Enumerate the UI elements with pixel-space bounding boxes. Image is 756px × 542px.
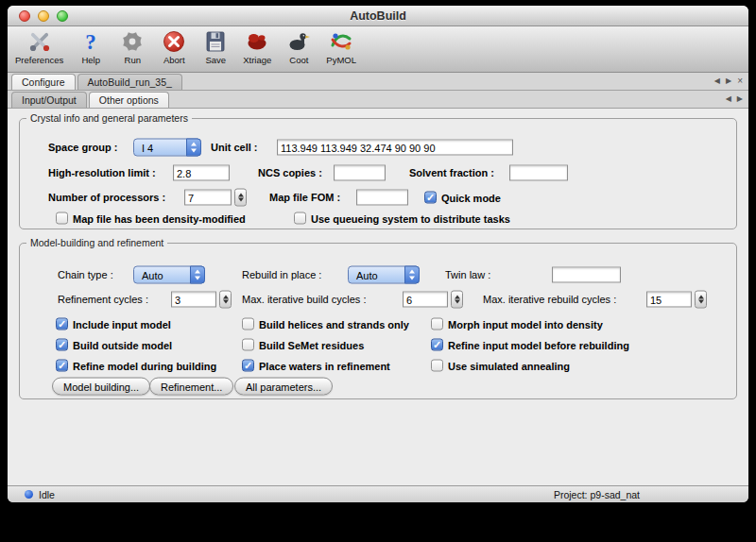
- run-button[interactable]: Run: [118, 29, 146, 65]
- preferences-button[interactable]: Preferences: [15, 29, 63, 65]
- build-outside-model-checkbox[interactable]: Build outside model: [56, 339, 172, 351]
- popup-arrows-icon: [190, 266, 205, 284]
- window-title: AutoBuild: [350, 9, 406, 23]
- save-floppy-icon: [203, 29, 228, 54]
- rebuild-cycles-input[interactable]: [646, 292, 692, 308]
- refinement-cycles-label: Refinement cycles :: [58, 294, 148, 305]
- zoom-window-button[interactable]: [57, 10, 68, 22]
- tab-scroll-right-icon[interactable]: ▶: [737, 95, 743, 103]
- abort-button[interactable]: Abort: [160, 29, 188, 65]
- density-modified-checkbox[interactable]: Map file has been density-modified: [56, 212, 246, 225]
- tab-configure[interactable]: Configure: [11, 74, 76, 90]
- checkbox-box[interactable]: [56, 318, 68, 330]
- num-processors-input[interactable]: [184, 190, 232, 206]
- toolbar-label: PyMOL: [326, 55, 356, 65]
- simulated-annealing-checkbox[interactable]: Use simulated annealing: [431, 360, 570, 372]
- map-file-fom-label: Map file FOM :: [269, 192, 340, 203]
- checkbox-label: Place waters in refinement: [259, 360, 390, 371]
- checkbox-label: Build SeMet residues: [259, 339, 364, 350]
- tab-nav-controls: ◀ ▶: [726, 91, 743, 108]
- build-cycles-input[interactable]: [403, 292, 448, 308]
- ncs-copies-input[interactable]: [334, 165, 386, 181]
- tab-nav-controls: ◀ ▶ ×: [714, 73, 743, 90]
- tab-other-options[interactable]: Other options: [89, 92, 169, 108]
- build-semet-checkbox[interactable]: Build SeMet residues: [242, 339, 364, 351]
- checkbox-box[interactable]: [431, 318, 443, 330]
- chain-type-label: Chain type :: [58, 269, 113, 280]
- rebuild-cycles-stepper[interactable]: [695, 291, 707, 309]
- all-parameters-button[interactable]: All parameters...: [234, 378, 333, 396]
- solvent-fraction-input[interactable]: [509, 165, 568, 181]
- group-title: Crystal info and general parameters: [26, 112, 192, 124]
- coot-button[interactable]: Coot: [284, 29, 313, 65]
- toolbar-label: Xtriage: [243, 55, 271, 65]
- model-building-button[interactable]: Model building...: [52, 378, 150, 396]
- abort-icon: [162, 29, 186, 54]
- build-helices-checkbox[interactable]: Build helices and strands only: [242, 318, 409, 330]
- twin-law-label: Twin law :: [445, 269, 490, 280]
- status-bar: Idle Project: p9-sad_nat: [8, 485, 748, 502]
- high-res-limit-input[interactable]: [173, 165, 230, 181]
- refinement-button[interactable]: Refinement...: [149, 378, 233, 396]
- close-window-button[interactable]: [19, 10, 30, 22]
- unit-cell-input[interactable]: [277, 140, 513, 156]
- ncs-copies-label: NCS copies :: [258, 167, 322, 178]
- toolbar-label: Save: [205, 55, 226, 65]
- pymol-icon: [329, 29, 353, 54]
- pymol-button[interactable]: PyMOL: [326, 29, 356, 65]
- tab-scroll-left-icon[interactable]: ◀: [726, 95, 731, 103]
- checkbox-label: Morph input model into density: [448, 318, 603, 330]
- rebuild-in-place-value: Auto: [356, 269, 378, 280]
- chain-type-value: Auto: [142, 269, 163, 280]
- traffic-lights: [19, 6, 68, 25]
- chain-type-select[interactable]: Auto: [133, 266, 205, 284]
- quick-mode-checkbox[interactable]: Quick mode: [424, 192, 501, 204]
- place-waters-checkbox[interactable]: Place waters in refinement: [242, 360, 390, 372]
- solvent-fraction-label: Solvent fraction :: [409, 167, 494, 178]
- high-res-limit-label: High-resolution limit :: [48, 167, 156, 178]
- include-input-model-checkbox[interactable]: Include input model: [56, 318, 171, 330]
- tab-scroll-right-icon[interactable]: ▶: [726, 77, 731, 85]
- checkbox-box[interactable]: [242, 360, 254, 372]
- build-cycles-stepper[interactable]: [451, 291, 463, 309]
- twin-law-input[interactable]: [552, 267, 621, 283]
- minimize-window-button[interactable]: [38, 10, 49, 22]
- num-processors-label: Number of processors :: [48, 192, 165, 203]
- xtriage-button[interactable]: Xtriage: [243, 29, 271, 65]
- checkbox-box[interactable]: [56, 212, 68, 225]
- checkbox-box[interactable]: [56, 339, 68, 351]
- tab-close-icon[interactable]: ×: [737, 76, 743, 86]
- refinement-cycles-input[interactable]: [171, 292, 216, 308]
- checkbox-box[interactable]: [431, 339, 443, 351]
- checkbox-label: Refine input model before rebuilding: [448, 339, 629, 350]
- help-button[interactable]: ? Help: [77, 29, 105, 65]
- checkbox-box[interactable]: [294, 212, 306, 225]
- checkbox-box[interactable]: [56, 360, 68, 372]
- tab-autobuild-run-35[interactable]: AutoBuild_run_35_: [77, 74, 182, 90]
- num-processors-stepper[interactable]: [234, 189, 247, 207]
- toolbar-label: Coot: [289, 55, 308, 65]
- checkbox-box[interactable]: [242, 318, 254, 330]
- refine-during-building-checkbox[interactable]: Refine model during building: [56, 360, 216, 372]
- checkbox-box[interactable]: [431, 360, 443, 372]
- map-file-fom-input[interactable]: [356, 190, 408, 206]
- title-bar: AutoBuild: [8, 6, 748, 26]
- checkbox-label: Use simulated annealing: [448, 360, 570, 371]
- checkbox-box[interactable]: [424, 192, 437, 204]
- refine-input-model-checkbox[interactable]: Refine input model before rebuilding: [431, 339, 629, 351]
- tab-input-output[interactable]: Input/Output: [11, 92, 87, 108]
- morph-model-checkbox[interactable]: Morph input model into density: [431, 318, 603, 330]
- refinement-cycles-stepper[interactable]: [219, 291, 232, 309]
- rebuild-cycles-label: Max. iterative rebuild cycles :: [483, 294, 616, 305]
- rebuild-in-place-select[interactable]: Auto: [348, 266, 420, 284]
- toolbar-label: Abort: [163, 55, 185, 65]
- queueing-system-checkbox[interactable]: Use queueing system to distribute tasks: [294, 212, 510, 225]
- model-building-group: Model-building and refinement Chain type…: [19, 243, 737, 399]
- save-button[interactable]: Save: [201, 29, 230, 65]
- group-title: Model-building and refinement: [26, 237, 167, 248]
- run-gear-icon: [120, 29, 145, 54]
- checkbox-box[interactable]: [242, 339, 254, 351]
- tab-scroll-left-icon[interactable]: ◀: [714, 77, 720, 85]
- options-panel: Crystal info and general parameters Spac…: [8, 109, 748, 485]
- space-group-select[interactable]: I 4: [133, 139, 201, 157]
